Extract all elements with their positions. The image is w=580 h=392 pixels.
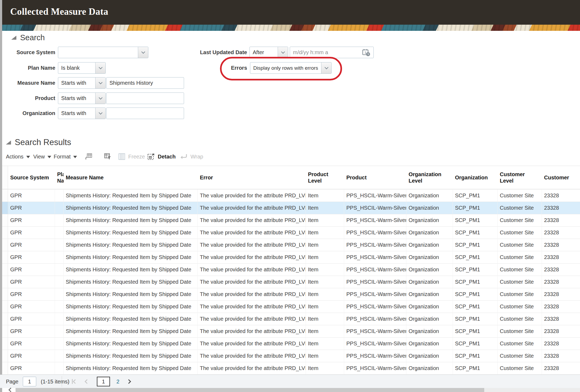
wrap-button[interactable]: Wrap [180,150,203,163]
table-row[interactable]: GPRShipments History: Requested Item by … [2,325,580,338]
table-row[interactable]: GPRShipments History: Requested Item by … [2,276,580,288]
calendar-clock-icon[interactable]: 1 [362,48,371,57]
product-operator-dropdown[interactable]: Starts with [58,93,106,104]
table-row[interactable]: GPRShipments History: Requested Item by … [2,214,580,227]
column-header-measure-name[interactable]: Measure Name [64,166,198,189]
table-row[interactable]: GPRShipments History: Requested Item by … [2,202,580,214]
row-header-cell[interactable] [2,264,8,276]
horizontal-scrollbar[interactable] [2,388,580,392]
chevron-down-icon[interactable] [95,108,105,119]
cell-source-system: GPR [8,227,55,239]
source-system-dropdown[interactable] [58,47,148,58]
cell-measure-name: Shipments History: Requested Item by Shi… [64,214,198,227]
chevron-down-icon[interactable] [278,47,288,58]
table-row[interactable]: GPRShipments History: Requested Item by … [2,338,580,350]
column-header-organization-level[interactable]: Organization Level [406,166,453,189]
cell-product-level: Item [306,264,344,276]
column-header-customer[interactable]: Customer [542,166,580,189]
row-header-cell[interactable] [2,276,8,288]
chevron-down-icon[interactable] [95,93,105,104]
row-header-cell[interactable] [2,301,8,313]
product-input[interactable] [106,93,184,104]
cell-product-level: Item [306,251,344,264]
cell-organization-level: Organization [406,301,453,313]
column-header-error[interactable]: Error [198,166,306,189]
query-by-example-button[interactable] [104,150,112,163]
measure-name-operator-dropdown[interactable]: Starts with [58,77,106,89]
cell-customer: 23328 [542,362,580,375]
last-updated-operator-dropdown[interactable]: After [249,47,288,58]
cell-measure-name: Shipments History: Requested Item by Shi… [64,362,198,375]
cell-error: The value provided for the attribute PRD… [198,202,306,214]
organization-operator-dropdown[interactable]: Starts with [58,108,106,119]
table-row[interactable]: GPRShipments History: Requested Item by … [2,350,580,362]
table-row[interactable]: GPRShipments History: Requested Item by … [2,190,580,202]
chevron-down-icon[interactable] [95,62,105,73]
table-row[interactable]: GPRShipments History: Requested Item by … [2,362,580,375]
table-row[interactable]: GPRShipments History: Requested Item by … [2,239,580,251]
scrollbar-track[interactable] [484,388,580,392]
cell-source-system: GPR [8,202,55,214]
organization-input[interactable] [106,108,184,119]
page-2-link[interactable]: 2 [115,375,121,388]
row-header-cell[interactable] [2,288,8,301]
cell-organization: SCP_PM1 [453,227,498,239]
cell-customer-level: Customer Site [498,301,542,313]
table-row[interactable]: GPRShipments History: Requested Item by … [2,227,580,239]
table-row[interactable]: GPRShipments History: Requested Item by … [2,251,580,264]
column-header-organization[interactable]: Organization [453,166,498,189]
cell-customer-level: Customer Site [498,251,542,264]
row-header-cell[interactable] [2,362,8,375]
row-header-cell[interactable] [2,190,8,202]
collapse-triangle-icon[interactable] [6,140,11,145]
scroll-left-icon[interactable] [9,388,13,392]
column-header-product[interactable]: Product [344,166,406,189]
cell-organization-level: Organization [406,239,453,251]
first-page-button[interactable] [72,375,77,388]
column-header-source-system[interactable]: Source System [8,166,55,189]
row-header-cell[interactable] [2,325,8,338]
view-menu[interactable]: View [33,150,51,163]
table-row[interactable]: GPRShipments History: Requested Item by … [2,288,580,301]
row-header-cell[interactable] [2,313,8,325]
table-row[interactable]: GPRShipments History: Requested Item by … [2,313,580,325]
column-header-customer-level[interactable]: Customer Level [498,166,542,189]
collapse-triangle-icon[interactable] [11,36,16,40]
errors-dropdown[interactable]: Display only rows with errors [250,62,332,74]
cell-product-level: Item [306,214,344,227]
row-header-cell[interactable] [2,202,8,214]
search-results-section-header[interactable]: Search Results [6,138,71,147]
chevron-down-icon[interactable] [321,62,331,73]
measure-name-input[interactable] [106,77,184,89]
search-section-header[interactable]: Search [11,33,45,42]
cell-customer-level: Customer Site [498,362,542,375]
column-header-product-level[interactable]: Product Level [306,166,344,189]
format-menu[interactable]: Format [54,150,77,163]
plan-name-operator-dropdown[interactable]: Is blank [58,62,106,74]
export-to-excel-button[interactable] [85,150,93,163]
errors-label: Errors [193,62,247,74]
current-page-button[interactable]: 1 [97,377,110,386]
row-header-cell[interactable] [2,338,8,350]
cell-organization-level: Organization [406,214,453,227]
chevron-down-icon[interactable] [95,77,105,88]
last-updated-date-input[interactable] [290,47,374,58]
previous-page-icon [85,379,89,384]
freeze-button[interactable]: Freeze [118,150,145,163]
row-header-cell[interactable] [2,350,8,362]
row-header-cell[interactable] [2,227,8,239]
column-header-plan-name[interactable]: Pla Na [55,166,64,189]
table-row[interactable]: GPRShipments History: Requested Item by … [2,264,580,276]
detach-button[interactable]: Detach [147,150,176,163]
previous-page-button[interactable] [85,375,89,388]
scrollbar-thumb[interactable] [16,388,484,392]
row-header-cell[interactable] [2,214,8,227]
cell-organization: SCP_PM1 [453,276,498,288]
chevron-down-icon[interactable] [138,47,148,58]
next-page-button[interactable] [127,375,130,388]
table-row[interactable]: GPRShipments History: Requested Item by … [2,301,580,313]
row-header-cell[interactable] [2,251,8,264]
row-header-cell[interactable] [2,239,8,251]
page-number-input[interactable] [23,377,36,386]
actions-menu[interactable]: Actions [6,150,30,163]
